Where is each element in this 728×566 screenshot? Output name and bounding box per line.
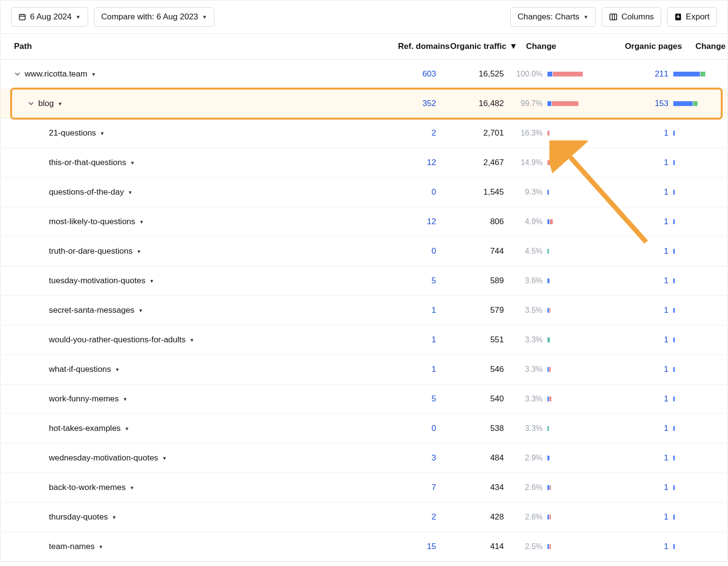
organic-pages-value[interactable]: 1 (591, 246, 668, 256)
ref-domains-value[interactable]: 352 (359, 99, 436, 108)
header-change-1[interactable]: Change (517, 42, 556, 51)
row-menu-caret-icon[interactable]: ▼ (123, 397, 128, 402)
organic-pages-value[interactable]: 1 (591, 512, 668, 522)
organic-pages-value[interactable]: 1 (591, 128, 668, 138)
header-path[interactable]: Path (14, 42, 372, 51)
path-cell[interactable]: back-to-work-memes▼ (0, 483, 359, 492)
ref-domains-value[interactable]: 12 (359, 217, 436, 227)
ref-domains-value[interactable]: 2 (359, 128, 436, 138)
row-menu-caret-icon[interactable]: ▼ (91, 72, 96, 77)
row-menu-caret-icon[interactable]: ▼ (98, 544, 103, 550)
organic-pages-value[interactable]: 1 (591, 453, 668, 463)
organic-pages-value[interactable]: 1 (591, 394, 668, 404)
path-cell[interactable]: tuesday-motivation-quotes▼ (0, 276, 359, 286)
ref-domains-value[interactable]: 3 (359, 453, 436, 463)
traffic-percent: 2.9% (504, 454, 543, 462)
path-cell[interactable]: www.ricotta.team▼ (0, 69, 359, 79)
path-cell[interactable]: questions-of-the-day▼ (0, 187, 359, 197)
path-cell[interactable]: hot-takes-examples▼ (0, 424, 359, 433)
ref-domains-value[interactable]: 15 (359, 542, 436, 551)
path-cell[interactable]: this-or-that-questions▼ (0, 158, 359, 168)
ref-domains-value[interactable]: 12 (359, 158, 436, 168)
export-button[interactable]: Export (667, 7, 717, 27)
compare-label: Compare with: 6 Aug 2023 (101, 12, 198, 22)
row-menu-caret-icon[interactable]: ▼ (138, 308, 143, 313)
path-cell[interactable]: what-if-questions▼ (0, 365, 359, 374)
compare-button[interactable]: Compare with: 6 Aug 2023 ▼ (94, 7, 214, 27)
path-label: secret-santa-messages (49, 306, 135, 315)
row-menu-caret-icon[interactable]: ▼ (162, 456, 167, 461)
table-row: would-you-rather-questions-for-adults▼15… (0, 325, 728, 355)
row-menu-caret-icon[interactable]: ▼ (130, 160, 135, 166)
ref-domains-value[interactable]: 0 (359, 424, 436, 433)
ref-domains-value[interactable]: 1 (359, 365, 436, 374)
row-menu-caret-icon[interactable]: ▼ (190, 337, 195, 343)
organic-traffic-value: 484 (436, 453, 504, 463)
change-chart-traffic (543, 426, 591, 431)
calendar-icon (18, 13, 26, 21)
change-chart-traffic (543, 397, 591, 401)
row-menu-caret-icon[interactable]: ▼ (100, 131, 105, 136)
row-menu-caret-icon[interactable]: ▼ (115, 367, 120, 372)
organic-pages-value[interactable]: 153 (591, 99, 668, 108)
path-cell[interactable]: most-likely-to-questions▼ (0, 217, 359, 227)
ref-domains-value[interactable]: 5 (359, 394, 436, 404)
columns-button[interactable]: Columns (602, 7, 661, 27)
ref-domains-value[interactable]: 1 (359, 306, 436, 315)
ref-domains-value[interactable]: 5 (359, 276, 436, 286)
path-cell[interactable]: thursday-quotes▼ (0, 512, 359, 522)
path-cell[interactable]: truth-or-dare-questions▼ (0, 246, 359, 256)
organic-traffic-value: 546 (436, 365, 504, 374)
change-chart-pages (668, 426, 712, 431)
chevron-down-icon[interactable] (14, 71, 21, 77)
organic-pages-value[interactable]: 1 (591, 542, 668, 551)
organic-pages-value[interactable]: 1 (591, 276, 668, 286)
change-chart-traffic (543, 249, 591, 254)
path-cell[interactable]: would-you-rather-questions-for-adults▼ (0, 335, 359, 345)
header-organic-traffic[interactable]: Organic traffic ▼ (450, 42, 517, 51)
ref-domains-value[interactable]: 2 (359, 512, 436, 522)
header-organic-pages[interactable]: Organic pages (605, 42, 682, 51)
download-icon (674, 13, 682, 21)
path-cell[interactable]: team-names▼ (0, 542, 359, 551)
row-menu-caret-icon[interactable]: ▼ (136, 249, 141, 254)
organic-traffic-value: 806 (436, 217, 504, 227)
organic-pages-value[interactable]: 1 (591, 217, 668, 227)
header-change-2[interactable]: Change (682, 42, 726, 51)
ref-domains-value[interactable]: 603 (359, 69, 436, 79)
organic-pages-value[interactable]: 1 (591, 158, 668, 168)
ref-domains-value[interactable]: 0 (359, 187, 436, 197)
change-chart-pages (668, 485, 712, 490)
organic-pages-value[interactable]: 1 (591, 187, 668, 197)
organic-pages-value[interactable]: 1 (591, 483, 668, 492)
organic-pages-value[interactable]: 1 (591, 365, 668, 374)
caret-down-icon: ▼ (202, 14, 207, 20)
chevron-down-icon[interactable] (28, 100, 34, 107)
row-menu-caret-icon[interactable]: ▼ (58, 101, 62, 107)
ref-domains-value[interactable]: 7 (359, 483, 436, 492)
date-picker-button[interactable]: 6 Aug 2024 ▼ (11, 7, 88, 27)
organic-traffic-value: 428 (436, 512, 504, 522)
row-menu-caret-icon[interactable]: ▼ (149, 278, 154, 284)
header-ref-domains[interactable]: Ref. domains (372, 42, 450, 51)
path-cell[interactable]: blog▼ (0, 99, 359, 108)
organic-pages-value[interactable]: 1 (591, 424, 668, 433)
table-row: blog▼35216,48299.7%153 (0, 89, 728, 119)
row-menu-caret-icon[interactable]: ▼ (139, 219, 144, 225)
ref-domains-value[interactable]: 0 (359, 246, 436, 256)
organic-pages-value[interactable]: 211 (591, 69, 668, 79)
ref-domains-value[interactable]: 1 (359, 335, 436, 345)
table-row: work-funny-memes▼55403.3%1 (0, 384, 728, 414)
row-menu-caret-icon[interactable]: ▼ (112, 515, 117, 520)
row-menu-caret-icon[interactable]: ▼ (128, 190, 133, 195)
row-menu-caret-icon[interactable]: ▼ (124, 426, 129, 431)
changes-button[interactable]: Changes: Charts ▼ (510, 7, 595, 27)
path-cell[interactable]: wednesday-motivation-quotes▼ (0, 453, 359, 463)
table-row: www.ricotta.team▼60316,525100.0%211 (0, 60, 728, 89)
path-cell[interactable]: secret-santa-messages▼ (0, 306, 359, 315)
path-cell[interactable]: 21-questions▼ (0, 128, 359, 138)
row-menu-caret-icon[interactable]: ▼ (130, 485, 135, 490)
path-cell[interactable]: work-funny-memes▼ (0, 394, 359, 404)
organic-pages-value[interactable]: 1 (591, 306, 668, 315)
organic-pages-value[interactable]: 1 (591, 335, 668, 345)
